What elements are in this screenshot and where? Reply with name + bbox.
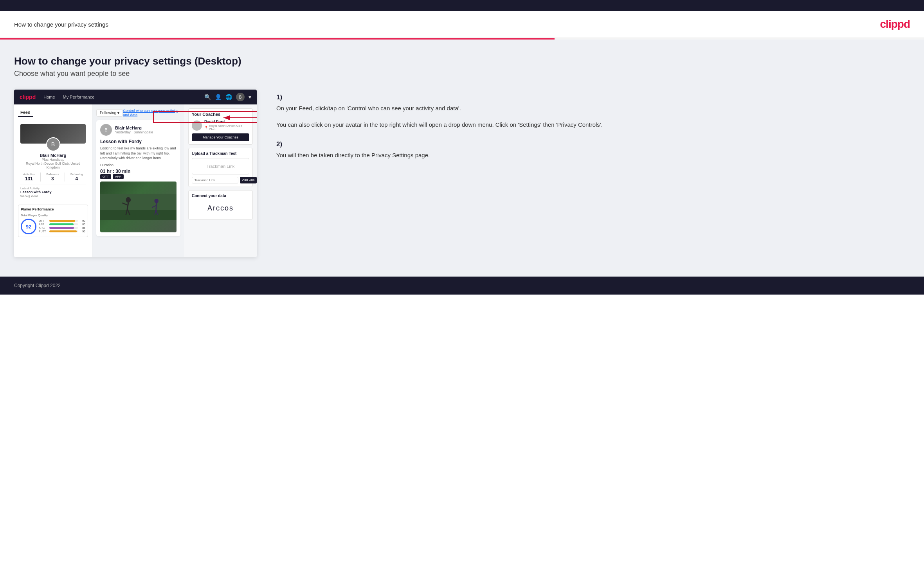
stat-activities-label: Activities: [23, 173, 35, 176]
top-bar: [0, 0, 924, 11]
app-sidebar: Feed B Blair McHarg Plus Handicap Royal …: [14, 104, 92, 257]
app-track: [49, 223, 78, 225]
stat-followers-value: 3: [46, 176, 59, 182]
app-screenshot: clippd Home My Performance 🔍 👤 🌐 B ▾ Fee…: [14, 90, 257, 257]
connect-title: Connect your data: [192, 194, 249, 198]
header-title: How to change your privacy settings: [14, 21, 108, 28]
coach-avatar: [192, 120, 202, 131]
instruction-step1: 1) On your Feed, click/tap on 'Control w…: [276, 93, 910, 129]
connect-section: Connect your data Arccos: [188, 190, 253, 220]
step2-number: 2): [276, 140, 910, 148]
activity-image: [100, 182, 177, 232]
svg-rect-1: [100, 210, 177, 220]
profile-club: Royal North Devon Golf Club, United King…: [20, 162, 86, 169]
ott-fill: [49, 220, 75, 222]
chevron-down-icon[interactable]: ▾: [249, 94, 251, 100]
search-icon[interactable]: 🔍: [204, 94, 211, 100]
app-nav-logo: clippd: [20, 94, 36, 100]
coach-club-icon: 📍: [204, 126, 208, 129]
activity-card: B Blair McHarg Yesterday · Sunningdale L…: [96, 120, 180, 236]
app-val: 85: [79, 223, 85, 226]
user-avatar[interactable]: B: [236, 93, 245, 101]
stat-activities: Activities 131: [23, 173, 35, 182]
arg-val: 86: [79, 226, 85, 229]
manage-coaches-button[interactable]: Manage Your Coaches: [192, 133, 249, 141]
header: How to change your privacy settings clip…: [0, 11, 924, 38]
nav-my-performance[interactable]: My Performance: [63, 95, 95, 99]
svg-point-2: [126, 197, 131, 203]
activity-duration-value: 01 hr : 30 min: [100, 169, 177, 174]
stat-followers-label: Followers: [46, 173, 59, 176]
app-nav-right: 🔍 👤 🌐 B ▾: [204, 93, 251, 101]
profile-name: Blair McHarg: [20, 153, 86, 158]
ott-track: [49, 220, 78, 222]
page-main-title: How to change your privacy settings (Des…: [14, 55, 910, 67]
stat-followers: Followers 3: [46, 173, 59, 182]
arg-label: ARG: [39, 226, 48, 229]
latest-activity-value: Lesson with Fordy: [20, 190, 86, 194]
latest-activity-label: Latest Activity: [20, 187, 86, 190]
stat-activities-value: 131: [23, 176, 35, 182]
app-label: APP: [39, 223, 48, 226]
stat-divider-1: [40, 173, 41, 182]
perf-bar-putt: PUTT 96: [39, 230, 85, 233]
page-heading: How to change your privacy settings (Des…: [14, 55, 910, 78]
step1-text-part2: You can also click on your avatar in the…: [276, 120, 910, 129]
stat-following: Following 4: [70, 173, 83, 182]
feed-header: Following ▾ Control who can see your act…: [96, 108, 180, 117]
arg-track: [49, 227, 78, 229]
step2-text: You will then be taken directly to the P…: [276, 151, 910, 160]
activity-user-name: Blair McHarg: [115, 126, 153, 130]
location-icon[interactable]: 🌐: [225, 94, 232, 100]
instructions: 1) On your Feed, click/tap on 'Control w…: [272, 90, 910, 171]
activity-user: B Blair McHarg Yesterday · Sunningdale: [100, 124, 177, 136]
logo: clippd: [880, 18, 910, 31]
following-label: Following: [100, 111, 116, 115]
putt-fill: [49, 230, 77, 232]
profile-avatar: B: [46, 137, 60, 151]
app-fill: [49, 223, 74, 225]
following-button[interactable]: Following ▾: [96, 109, 123, 117]
app-nav: clippd Home My Performance 🔍 👤 🌐 B ▾: [14, 90, 257, 104]
instruction-step2: 2) You will then be taken directly to th…: [276, 140, 910, 160]
ott-val: 90: [79, 219, 85, 222]
activity-user-info: Blair McHarg Yesterday · Sunningdale: [115, 126, 153, 134]
perf-body: 92 OTT 90 APP: [21, 219, 85, 234]
profile-avatar-wrap: B: [20, 137, 86, 151]
app-feed: Following ▾ Control who can see your act…: [92, 104, 184, 257]
coach-club: 📍 Royal North Devon Golf Club: [204, 124, 249, 131]
stat-following-label: Following: [70, 173, 83, 176]
perf-bar-app: APP 85: [39, 223, 85, 226]
app-right-panel: Your Coaches David Ford 📍 Royal North De…: [184, 104, 257, 257]
activity-image-svg: [100, 182, 177, 232]
coach-club-name: Royal North Devon Golf Club: [209, 124, 249, 131]
player-performance: Player Performance Total Player Quality …: [18, 205, 88, 237]
latest-activity-date: 03 Aug 2022: [20, 194, 86, 198]
app-body: Feed B Blair McHarg Plus Handicap Royal …: [14, 104, 257, 257]
trackman-section: Upload a Trackman Test Trackman Link Add…: [188, 148, 253, 187]
quality-circle: 92: [21, 219, 36, 234]
activity-description: Looking to feel like my hands are exitin…: [100, 146, 177, 161]
profile-card: B Blair McHarg Plus Handicap Royal North…: [18, 122, 88, 201]
perf-bar-arg: ARG 86: [39, 226, 85, 229]
profile-handicap: Plus Handicap: [20, 158, 86, 162]
step1-number: 1): [276, 93, 910, 101]
perf-quality-label: Total Player Quality: [21, 214, 85, 217]
person-icon[interactable]: 👤: [215, 94, 222, 100]
svg-line-8: [156, 203, 157, 209]
activity-user-avatar: B: [100, 124, 112, 136]
control-privacy-link[interactable]: Control who can see your activity and da…: [123, 108, 180, 117]
trackman-title: Upload a Trackman Test: [192, 151, 249, 156]
add-link-button[interactable]: Add Link: [240, 177, 257, 183]
step1-text-part1: On your Feed, click/tap on 'Control who …: [276, 104, 910, 113]
feed-tab[interactable]: Feed: [18, 108, 33, 117]
nav-home[interactable]: Home: [43, 95, 55, 99]
putt-label: PUTT: [39, 230, 48, 233]
activity-duration-label: Duration: [100, 163, 177, 167]
copyright-text: Copyright Clippd 2022: [14, 283, 61, 288]
trackman-link-input[interactable]: [192, 177, 238, 183]
ott-label: OTT: [39, 219, 48, 222]
annotation-arrow-svg: [222, 114, 257, 122]
page-subtitle: Choose what you want people to see: [14, 70, 910, 78]
main-content: How to change your privacy settings (Des…: [0, 40, 924, 277]
